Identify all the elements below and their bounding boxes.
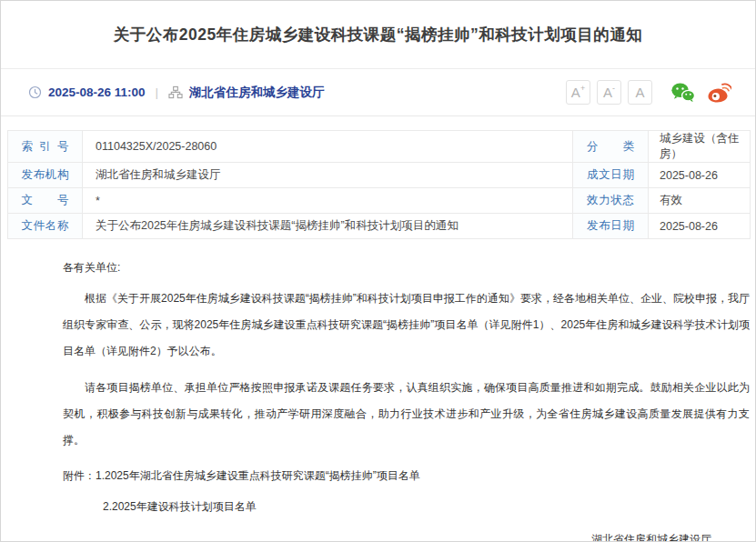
field-value: 湖北省住房和城乡建设厅 [83,163,573,188]
title-section: 关于公布2025年住房城乡建设科技课题“揭榜挂帅”和科技计划项目的通知 [1,1,755,69]
field-label: 发布日期 [573,214,649,239]
meta-bar: 2025-08-26 11:00 | 湖北省住房和城乡建设厅 A+ A- A [1,69,755,116]
field-label: 发布机构 [8,163,83,188]
body-paragraph: 根据《关于开展2025年住房城乡建设科技课题“揭榜挂帅”和科技计划项目申报工作的… [63,286,750,365]
field-value: 城乡建设（含住房） [649,131,751,163]
field-label: 成文日期 [573,163,649,188]
field-value: 2025-08-26 [649,163,751,188]
field-value: 关于公布2025年住房城乡建设科技课题“揭榜挂帅”和科技计划项目的通知 [83,214,573,239]
table-row: 索引号 01104325X/2025-28060 分类 城乡建设（含住房） [8,131,751,163]
attachment-item: 2.2025年建设科技计划项目名单 [103,500,257,513]
weibo-share-icon[interactable] [706,82,731,104]
publish-datetime: 2025-08-26 11:00 [48,85,146,99]
signature-block: 湖北省住房和城乡建设厅 2025年8月26日 [63,531,750,542]
attachment-line: 附件：1.2025年湖北省住房城乡建设重点科技研究课题“揭榜挂帅”项目名单 [63,467,750,485]
source-agency-link[interactable]: 湖北省住房和城乡建设厅 [189,85,325,101]
table-row: 文号 * 效力状态 有效 [8,188,751,214]
attachment-item: 1.2025年湖北省住房城乡建设重点科技研究课题“揭榜挂帅”项目名单 [96,469,420,482]
font-decrease-button[interactable]: A- [597,80,621,105]
field-value: 2025-08-26 [649,214,751,239]
sitemap-icon [168,85,183,99]
table-row: 发布机构 湖北省住房和城乡建设厅 成文日期 2025-08-26 [8,163,751,188]
table-row: 文件名称 关于公布2025年住房城乡建设科技课题“揭榜挂帅”和科技计划项目的通知… [8,214,751,239]
attachment-line: 2.2025年建设科技计划项目名单 [63,498,750,516]
field-value: * [83,188,573,214]
salutation: 各有关单位: [63,259,750,276]
field-label: 分类 [573,131,649,163]
body-paragraph: 请各项目揭榜单位、承担单位严格按照申报承诺及课题任务要求，认真组织实施，确保项目… [63,375,750,454]
wechat-share-icon[interactable] [670,82,695,104]
page-title: 关于公布2025年住房城乡建设科技课题“揭榜挂帅”和科技计划项目的通知 [114,24,642,45]
document-info-table: 索引号 01104325X/2025-28060 分类 城乡建设（含住房） 发布… [7,130,751,239]
clock-icon [28,85,42,99]
field-label: 文件名称 [8,214,83,239]
meta-info: 2025-08-26 11:00 | 湖北省住房和城乡建设厅 [28,85,325,101]
font-increase-button[interactable]: A+ [566,80,590,105]
meta-tools: A+ A- A [559,80,731,105]
field-value: 有效 [649,188,751,214]
notice-page: 关于公布2025年住房城乡建设科技课题“揭榜挂帅”和科技计划项目的通知 2025… [0,0,756,542]
signature-agency: 湖北省住房和城乡建设厅 [63,531,711,542]
field-value: 01104325X/2025-28060 [83,131,573,163]
meta-separator: | [146,85,169,99]
field-label: 文号 [8,188,83,214]
document-body: 各有关单位: 根据《关于开展2025年住房城乡建设科技课题“揭榜挂帅”和科技计划… [1,239,755,542]
field-label: 效力状态 [573,188,649,214]
attachments-label: 附件： [63,469,96,482]
font-reset-button[interactable]: A [628,80,652,105]
field-label: 索引号 [8,131,83,163]
